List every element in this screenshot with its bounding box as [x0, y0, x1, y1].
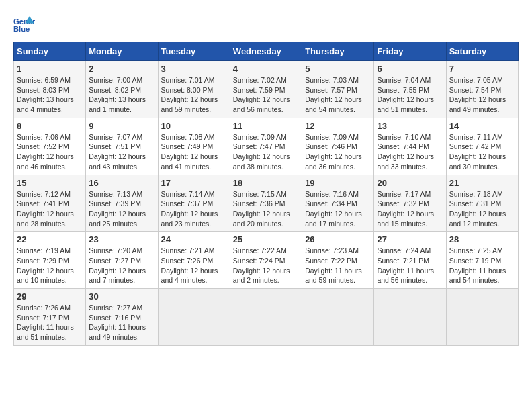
- calendar-cell: 8Sunrise: 7:06 AM Sunset: 7:52 PM Daylig…: [14, 118, 86, 175]
- day-detail: Sunrise: 7:27 AM Sunset: 7:16 PM Dayligh…: [89, 303, 154, 342]
- day-number: 17: [161, 178, 227, 188]
- calendar-cell: [230, 289, 302, 346]
- calendar-cell: 18Sunrise: 7:15 AM Sunset: 7:36 PM Dayli…: [230, 175, 302, 232]
- calendar-cell: [446, 289, 518, 346]
- calendar-cell: 26Sunrise: 7:23 AM Sunset: 7:22 PM Dayli…: [302, 232, 374, 289]
- day-number: 20: [377, 178, 443, 188]
- day-detail: Sunrise: 7:09 AM Sunset: 7:46 PM Dayligh…: [305, 132, 371, 172]
- week-row-3: 15Sunrise: 7:12 AM Sunset: 7:41 PM Dayli…: [14, 175, 519, 232]
- week-row-1: 1Sunrise: 6:59 AM Sunset: 8:03 PM Daylig…: [14, 61, 519, 118]
- day-number: 24: [161, 234, 227, 244]
- day-detail: Sunrise: 7:26 AM Sunset: 7:17 PM Dayligh…: [17, 303, 83, 342]
- calendar-cell: 19Sunrise: 7:16 AM Sunset: 7:34 PM Dayli…: [302, 175, 374, 232]
- week-row-2: 8Sunrise: 7:06 AM Sunset: 7:52 PM Daylig…: [14, 118, 519, 175]
- day-number: 22: [17, 234, 83, 244]
- day-number: 2: [89, 64, 154, 74]
- day-number: 3: [161, 64, 227, 74]
- day-detail: Sunrise: 7:11 AM Sunset: 7:42 PM Dayligh…: [449, 132, 515, 172]
- day-number: 15: [17, 178, 83, 188]
- calendar-body: 1Sunrise: 6:59 AM Sunset: 8:03 PM Daylig…: [14, 61, 519, 346]
- day-number: 5: [305, 64, 371, 74]
- day-number: 11: [233, 121, 299, 131]
- day-detail: Sunrise: 7:18 AM Sunset: 7:31 PM Dayligh…: [449, 189, 515, 229]
- header-row: SundayMondayTuesdayWednesdayThursdayFrid…: [14, 42, 519, 61]
- calendar-cell: 20Sunrise: 7:17 AM Sunset: 7:32 PM Dayli…: [374, 175, 446, 232]
- day-detail: Sunrise: 7:15 AM Sunset: 7:36 PM Dayligh…: [233, 189, 299, 229]
- day-number: 30: [89, 291, 154, 302]
- logo-icon: General Blue: [13, 13, 35, 35]
- header-cell-thursday: Thursday: [302, 42, 374, 61]
- calendar-cell: 21Sunrise: 7:18 AM Sunset: 7:31 PM Dayli…: [446, 175, 518, 232]
- day-detail: Sunrise: 7:03 AM Sunset: 7:57 PM Dayligh…: [305, 75, 371, 115]
- day-number: 19: [305, 178, 371, 188]
- day-detail: Sunrise: 7:20 AM Sunset: 7:27 PM Dayligh…: [89, 246, 154, 285]
- calendar-cell: 16Sunrise: 7:13 AM Sunset: 7:39 PM Dayli…: [86, 175, 158, 232]
- calendar-cell: 27Sunrise: 7:24 AM Sunset: 7:21 PM Dayli…: [374, 232, 446, 289]
- calendar-cell: 1Sunrise: 6:59 AM Sunset: 8:03 PM Daylig…: [14, 61, 86, 118]
- calendar-cell: 7Sunrise: 7:05 AM Sunset: 7:54 PM Daylig…: [446, 61, 518, 118]
- calendar-cell: 2Sunrise: 7:00 AM Sunset: 8:02 PM Daylig…: [86, 61, 158, 118]
- day-number: 26: [305, 234, 371, 244]
- calendar-cell: 23Sunrise: 7:20 AM Sunset: 7:27 PM Dayli…: [86, 232, 158, 289]
- day-detail: Sunrise: 7:01 AM Sunset: 8:00 PM Dayligh…: [161, 75, 227, 115]
- calendar-cell: 9Sunrise: 7:07 AM Sunset: 7:51 PM Daylig…: [86, 118, 158, 175]
- day-number: 25: [233, 234, 299, 244]
- calendar-cell: 24Sunrise: 7:21 AM Sunset: 7:26 PM Dayli…: [158, 232, 230, 289]
- calendar-cell: 5Sunrise: 7:03 AM Sunset: 7:57 PM Daylig…: [302, 61, 374, 118]
- day-number: 23: [89, 234, 154, 244]
- header-cell-sunday: Sunday: [14, 42, 86, 61]
- day-detail: Sunrise: 6:59 AM Sunset: 8:03 PM Dayligh…: [17, 75, 83, 115]
- calendar-cell: 15Sunrise: 7:12 AM Sunset: 7:41 PM Dayli…: [14, 175, 86, 232]
- day-detail: Sunrise: 7:13 AM Sunset: 7:39 PM Dayligh…: [89, 189, 154, 229]
- header-cell-tuesday: Tuesday: [158, 42, 230, 61]
- header-cell-friday: Friday: [374, 42, 446, 61]
- day-number: 14: [449, 121, 515, 131]
- calendar-table: SundayMondayTuesdayWednesdayThursdayFrid…: [13, 42, 519, 346]
- day-detail: Sunrise: 7:02 AM Sunset: 7:59 PM Dayligh…: [233, 75, 299, 115]
- day-detail: Sunrise: 7:24 AM Sunset: 7:21 PM Dayligh…: [377, 246, 443, 285]
- day-number: 27: [377, 234, 443, 244]
- calendar-cell: [374, 289, 446, 346]
- day-detail: Sunrise: 7:10 AM Sunset: 7:44 PM Dayligh…: [377, 132, 443, 172]
- calendar-cell: 6Sunrise: 7:04 AM Sunset: 7:55 PM Daylig…: [374, 61, 446, 118]
- day-detail: Sunrise: 7:17 AM Sunset: 7:32 PM Dayligh…: [377, 189, 443, 229]
- header-cell-saturday: Saturday: [446, 42, 518, 61]
- page-header: General Blue: [13, 13, 519, 35]
- day-number: 21: [449, 178, 515, 188]
- day-detail: Sunrise: 7:09 AM Sunset: 7:47 PM Dayligh…: [233, 132, 299, 172]
- day-number: 9: [89, 121, 154, 131]
- day-detail: Sunrise: 7:04 AM Sunset: 7:55 PM Dayligh…: [377, 75, 443, 115]
- calendar-cell: 17Sunrise: 7:14 AM Sunset: 7:37 PM Dayli…: [158, 175, 230, 232]
- calendar-cell: [302, 289, 374, 346]
- day-number: 10: [161, 121, 227, 131]
- calendar-cell: 14Sunrise: 7:11 AM Sunset: 7:42 PM Dayli…: [446, 118, 518, 175]
- day-detail: Sunrise: 7:06 AM Sunset: 7:52 PM Dayligh…: [17, 132, 83, 172]
- day-number: 4: [233, 64, 299, 74]
- header-cell-monday: Monday: [86, 42, 158, 61]
- day-number: 16: [89, 178, 154, 188]
- logo: General Blue: [13, 13, 38, 35]
- day-detail: Sunrise: 7:14 AM Sunset: 7:37 PM Dayligh…: [161, 189, 227, 229]
- calendar-cell: 30Sunrise: 7:27 AM Sunset: 7:16 PM Dayli…: [86, 289, 158, 346]
- day-detail: Sunrise: 7:12 AM Sunset: 7:41 PM Dayligh…: [17, 189, 83, 229]
- day-detail: Sunrise: 7:07 AM Sunset: 7:51 PM Dayligh…: [89, 132, 154, 172]
- calendar-header: SundayMondayTuesdayWednesdayThursdayFrid…: [14, 42, 519, 61]
- svg-text:Blue: Blue: [13, 25, 30, 33]
- day-number: 12: [305, 121, 371, 131]
- day-detail: Sunrise: 7:08 AM Sunset: 7:49 PM Dayligh…: [161, 132, 227, 172]
- calendar-cell: 11Sunrise: 7:09 AM Sunset: 7:47 PM Dayli…: [230, 118, 302, 175]
- day-number: 29: [17, 291, 83, 302]
- calendar-cell: 22Sunrise: 7:19 AM Sunset: 7:29 PM Dayli…: [14, 232, 86, 289]
- calendar-cell: 3Sunrise: 7:01 AM Sunset: 8:00 PM Daylig…: [158, 61, 230, 118]
- day-number: 8: [17, 121, 83, 131]
- calendar-cell: 10Sunrise: 7:08 AM Sunset: 7:49 PM Dayli…: [158, 118, 230, 175]
- calendar-cell: 29Sunrise: 7:26 AM Sunset: 7:17 PM Dayli…: [14, 289, 86, 346]
- day-detail: Sunrise: 7:22 AM Sunset: 7:24 PM Dayligh…: [233, 246, 299, 285]
- calendar-cell: 4Sunrise: 7:02 AM Sunset: 7:59 PM Daylig…: [230, 61, 302, 118]
- day-number: 1: [17, 64, 83, 74]
- calendar-cell: 12Sunrise: 7:09 AM Sunset: 7:46 PM Dayli…: [302, 118, 374, 175]
- calendar-cell: [158, 289, 230, 346]
- day-detail: Sunrise: 7:00 AM Sunset: 8:02 PM Dayligh…: [89, 75, 154, 115]
- day-number: 7: [449, 64, 515, 74]
- day-detail: Sunrise: 7:16 AM Sunset: 7:34 PM Dayligh…: [305, 189, 371, 229]
